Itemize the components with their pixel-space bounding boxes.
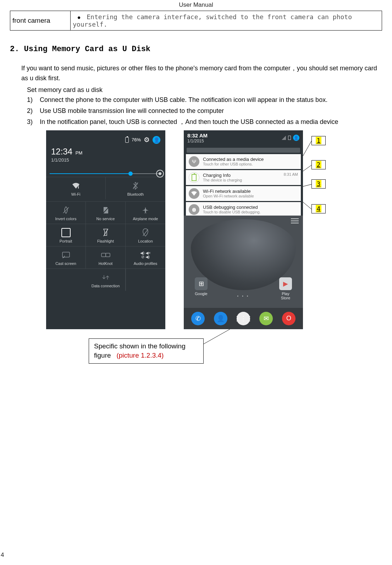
notification-list: Ψ Connected as a media device Touch for …	[186, 154, 301, 217]
callout-1: 1	[311, 136, 326, 145]
notif-charging[interactable]: Charging Info The device is charging 8:3…	[186, 170, 301, 185]
subheading: Set memory card as u disk	[27, 86, 382, 94]
step-text: Use USB mobile transmission line will co…	[40, 106, 224, 116]
battery-icon	[288, 136, 291, 140]
page-indicator: • • •	[184, 294, 303, 298]
svg-line-3	[63, 207, 69, 213]
caption-line1: Specific shown in the following	[94, 342, 186, 350]
svg-rect-9	[106, 253, 110, 257]
invert-colors-icon	[48, 205, 84, 215]
tile-data-connection[interactable]: Data connection	[86, 268, 126, 291]
step-text: In the notification panel, touch USB is …	[40, 117, 338, 127]
hotknot-icon	[87, 250, 124, 260]
caption-line2a: figure	[94, 352, 111, 359]
step-item: 3) In the notification panel, touch USB …	[27, 117, 382, 127]
svg-line-13	[303, 165, 311, 171]
tile-label: No service	[87, 217, 124, 221]
battery-icon	[125, 137, 129, 143]
notif-wifi[interactable]: Wi-Fi network available Open Wi-Fi netwo…	[186, 186, 301, 201]
caption-line2b: (picture 1.2.3.4)	[116, 352, 164, 359]
tile-location[interactable]: Location	[126, 224, 165, 246]
notif-time: 8:31 AM	[284, 172, 298, 176]
dock-phone-icon[interactable]: ✆	[191, 312, 205, 325]
drawer-handle-icon[interactable]	[291, 218, 299, 223]
step-number: 2)	[27, 106, 40, 116]
callout-2: 2	[311, 160, 326, 169]
clock-date: 1/1/2015	[51, 157, 160, 163]
tile-label: Portrait	[48, 239, 84, 243]
notif-media-device[interactable]: Ψ Connected as a media device Touch for …	[186, 154, 301, 169]
battery-percent: 76%	[132, 137, 141, 142]
usb-icon: Ψ	[189, 156, 199, 167]
section-heading: 2. Using Memory Card as U Disk	[10, 45, 382, 54]
brightness-auto-icon[interactable]	[156, 170, 164, 178]
feature-table: front camera Entering the camera interfa…	[10, 11, 382, 31]
step-number: 3)	[27, 117, 40, 127]
screenshot-notifications: 8:32 AM 1/1/2015 👤 Ψ Connected as a medi…	[184, 130, 303, 329]
brightness-slider[interactable]	[50, 173, 162, 174]
tile-label: Invert colors	[48, 217, 84, 221]
avatar-icon[interactable]: 👤	[293, 135, 299, 141]
status-date: 1/1/2015	[187, 138, 208, 143]
charging-icon	[189, 172, 199, 183]
avatar-icon[interactable]: 👤	[153, 136, 160, 144]
tile-label: HotKnot	[87, 261, 124, 266]
svg-line-6	[143, 229, 148, 236]
google-search-bar[interactable]	[187, 148, 300, 153]
figures-container: 76% ⚙ 👤 12:34 PM 1/1/2015 Wi-Fi Bluetoot…	[10, 130, 382, 358]
notif-subtitle: Touch to disable USB debugging.	[203, 210, 298, 214]
tile-flashlight[interactable]: Flashlight	[86, 224, 126, 246]
step-number: 1)	[27, 95, 40, 105]
gear-icon[interactable]: ⚙	[144, 136, 150, 144]
tile-audio-profiles[interactable]: ◀) ◀×⊘ ◀) Audio profiles	[126, 246, 165, 268]
doc-header-title: User Manual	[10, 0, 382, 11]
tile-hotknot[interactable]: HotKnot	[86, 246, 126, 268]
wifi-icon	[48, 181, 104, 191]
wifi-notif-icon	[189, 188, 199, 199]
svg-rect-8	[101, 253, 106, 257]
svg-line-16	[201, 329, 230, 345]
tile-label: Flashlight	[87, 239, 124, 243]
tile-label: Cast screen	[48, 261, 84, 266]
tile-portrait[interactable]: Portrait	[46, 224, 86, 246]
notif-title: Connected as a media device	[203, 157, 298, 162]
tile-label: Bluetooth	[107, 192, 164, 196]
svg-point-1	[78, 185, 79, 186]
notif-title: Charging Info	[203, 173, 284, 178]
cast-icon	[48, 250, 84, 260]
status-time: 8:32 AM	[187, 132, 208, 138]
screenshot-quick-settings: 76% ⚙ 👤 12:34 PM 1/1/2015 Wi-Fi Bluetoot…	[46, 130, 165, 329]
svg-rect-7	[62, 252, 70, 257]
tile-invert-colors[interactable]: Invert colors	[46, 202, 86, 224]
steps-list: 1) Connect the phone to the computer wit…	[27, 95, 382, 127]
notif-usb-debugging[interactable]: USB debugging connected Touch to disable…	[186, 202, 301, 217]
clock-ampm: PM	[76, 150, 83, 156]
clock-time: 12:34 PM	[51, 147, 160, 157]
tile-label: Airplane mode	[127, 217, 164, 221]
tile-cast-screen[interactable]: Cast screen	[46, 246, 86, 268]
dock: ✆ 👤 ⋮⋮⋮ ✉ O	[184, 308, 303, 329]
dock-browser-icon[interactable]: O	[282, 312, 296, 325]
bug-icon	[189, 204, 199, 215]
tile-airplane-mode[interactable]: Airplane mode	[126, 202, 165, 224]
dock-apps-icon[interactable]: ⋮⋮⋮	[237, 312, 250, 325]
svg-rect-0	[78, 186, 79, 189]
svg-line-2	[133, 183, 138, 189]
portrait-icon	[48, 228, 84, 238]
home-screen: ⊞ Google ▶ Play Store • • • ✆ 👤 ⋮⋮⋮ ✉ O	[184, 216, 303, 329]
tile-label: Audio profiles	[127, 261, 164, 266]
svg-line-15	[303, 202, 311, 209]
dock-messaging-icon[interactable]: ✉	[259, 312, 273, 325]
tile-label: Data connection	[87, 284, 124, 288]
tile-wifi[interactable]: Wi-Fi	[46, 177, 106, 199]
sim-icon	[87, 205, 124, 215]
tile-bluetooth[interactable]: Bluetooth	[106, 177, 165, 199]
clock-hours: 12:34	[51, 147, 72, 156]
step-item: 1) Connect the phone to the computer wit…	[27, 95, 382, 105]
svg-line-14	[303, 184, 311, 186]
tile-label: Wi-Fi	[48, 192, 104, 196]
notif-subtitle: The device is charging	[203, 178, 284, 182]
dock-contacts-icon[interactable]: 👤	[214, 312, 227, 325]
tile-no-service[interactable]: No service	[86, 202, 126, 224]
tile-label: Location	[127, 239, 164, 243]
